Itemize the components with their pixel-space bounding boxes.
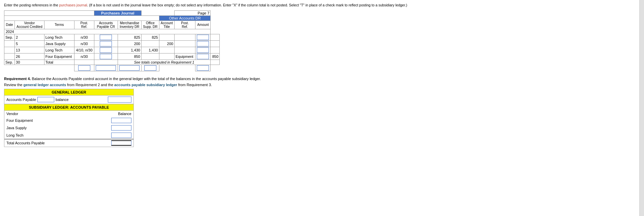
row4-merch <box>141 53 159 60</box>
subsidiary-ledger-header: SUBSIDIARY LEDGER: ACCOUNTS PAYABLE <box>4 104 133 111</box>
row1-ap-cr: 825 <box>118 34 141 40</box>
bottom-merch-input[interactable] <box>119 65 140 71</box>
req4-subtitle: Review the general ledger accounts from … <box>4 83 640 87</box>
bottom-post-ref-input[interactable] <box>78 65 90 71</box>
row4-office <box>159 53 174 60</box>
row2-merch <box>141 40 159 47</box>
row2-month <box>4 40 15 47</box>
total-month: Sep. <box>4 60 15 65</box>
total-ap-balance-input[interactable] <box>111 140 131 146</box>
vendor-long-tech: Long Tech <box>4 132 82 139</box>
total-row: Sep. 30 Total See totals computed in Req… <box>4 60 220 65</box>
row4-month <box>4 53 15 60</box>
row3-month <box>4 47 15 53</box>
general-ledger-box: GENERAL LEDGER Accounts Payable balance … <box>4 89 134 147</box>
req4-number: Requirement 4. <box>4 77 31 81</box>
total-accounts-payable-row: Total Accounts Payable <box>4 139 133 147</box>
bottom-amount-input[interactable] <box>197 65 209 71</box>
purchases-journal-section: Purchases Journal Page 7 Other Accounts … <box>4 10 640 71</box>
scrollbar[interactable] <box>639 0 644 216</box>
row3-other-post-ref-input[interactable] <box>197 47 209 53</box>
col-date: Date <box>4 21 15 29</box>
long-tech-balance-input[interactable] <box>111 133 131 138</box>
col-ap-cr: AccountsPayable CR <box>94 21 118 29</box>
col-office: OfficeSupp. DR <box>141 21 159 29</box>
year-label: 2024 <box>4 29 211 34</box>
row3-vendor: Long Tech <box>44 47 74 53</box>
vendor-four-equip: Four Equipment <box>4 117 82 124</box>
journal-title: Purchases Journal <box>94 10 141 15</box>
table-row: 5 Java Supply n/30 200 200 <box>4 40 220 47</box>
ap-label: Accounts Payable <box>6 98 36 102</box>
col-amount: Amount <box>195 21 211 29</box>
row4-ap-cr: 850 <box>118 53 141 60</box>
col-account-title: AccountTitle <box>159 21 174 29</box>
balance-label: balance <box>56 98 69 102</box>
row1-month: Sep. <box>4 34 15 40</box>
purchases-journal-table: Purchases Journal Page 7 Other Accounts … <box>4 10 220 71</box>
requirement4-section: Requirement 4. Balance the Accounts Paya… <box>4 76 640 147</box>
total-note: See totals computed in Requirement 1 <box>118 60 211 65</box>
row4-other-post-ref-input[interactable] <box>197 54 209 59</box>
row4-vendor: Four Equipment <box>44 53 74 60</box>
row4-amount: 850 <box>211 53 220 60</box>
subsidiary-ledger-table: Vendor Balance Four Equipment Java Suppl… <box>4 111 133 147</box>
row3-terms: 4/10, n/30 <box>74 47 94 53</box>
table-row: 26 Four Equipment n/30 850 Equipment 850 <box>4 53 220 60</box>
row2-post-ref-input[interactable] <box>100 41 112 46</box>
four-equip-balance-input[interactable] <box>111 118 131 123</box>
row3-ap-cr: 1,430 <box>118 47 141 53</box>
list-item: Java Supply <box>4 124 133 132</box>
bottom-office-input[interactable] <box>144 65 156 71</box>
req4-title: Requirement 4. Balance the Accounts Paya… <box>4 76 640 82</box>
general-ledger-header: GENERAL LEDGER <box>4 89 133 96</box>
row4-day: 26 <box>15 53 44 60</box>
col-other-post-ref: Post.Ref. <box>174 21 195 29</box>
row4-account-title: Equipment <box>174 53 195 60</box>
row3-day: 13 <box>15 47 44 53</box>
ap-balance-input[interactable] <box>108 97 131 103</box>
bottom-ap-cr-input[interactable] <box>96 65 116 71</box>
ap-input[interactable] <box>37 97 54 102</box>
row3-post-ref-input[interactable] <box>100 47 112 53</box>
row1-post-ref-input[interactable] <box>100 35 112 40</box>
table-row: 13 Long Tech 4/10, n/30 1,430 1,430 <box>4 47 220 53</box>
table-row: Sep. 2 Long Tech n/30 825 825 <box>4 34 220 40</box>
col-terms: Terms <box>44 21 74 29</box>
row1-merch: 825 <box>141 34 159 40</box>
row1-terms: n/30 <box>74 34 94 40</box>
row1-other-post-ref-input[interactable] <box>197 35 209 40</box>
col-post-ref: Post.Ref. <box>74 21 94 29</box>
row4-post-ref-input[interactable] <box>100 54 112 59</box>
instruction-text: Enter the posting references in the purc… <box>4 3 640 8</box>
list-item: Long Tech <box>4 132 133 139</box>
row1-office <box>159 34 174 40</box>
row2-vendor: Java Supply <box>44 40 74 47</box>
col-vendor: VendorAccount Credited <box>15 21 44 29</box>
row2-other-post-ref-input[interactable] <box>197 41 209 46</box>
row3-office <box>159 47 174 53</box>
row2-account-title <box>174 40 195 47</box>
vendor-col-header: Vendor <box>4 111 82 117</box>
row1-vendor: Long Tech <box>44 34 74 40</box>
java-supply-balance-input[interactable] <box>111 125 131 131</box>
req4-description: Balance the Accounts Payable control acc… <box>32 77 261 81</box>
accounts-payable-row: Accounts Payable balance <box>4 96 133 104</box>
bottom-input-row <box>4 65 220 71</box>
total-terms <box>74 60 94 65</box>
row2-terms: n/30 <box>74 40 94 47</box>
page-number: Page 7 <box>174 10 210 15</box>
col-merch: MerchandiseInventory DR <box>118 21 141 29</box>
row1-amount <box>211 34 220 40</box>
row4-terms: n/30 <box>74 53 94 60</box>
total-label: Total <box>44 60 74 65</box>
total-amount <box>211 60 220 65</box>
row3-merch: 1,430 <box>141 47 159 53</box>
subsidiary-col-headers: Vendor Balance <box>4 111 133 117</box>
total-ap-label: Total Accounts Payable <box>4 139 82 147</box>
row2-day: 5 <box>15 40 44 47</box>
vendor-java-supply: Java Supply <box>4 124 82 132</box>
row3-amount <box>211 47 220 53</box>
row3-account-title <box>174 47 195 53</box>
row1-day: 2 <box>15 34 44 40</box>
